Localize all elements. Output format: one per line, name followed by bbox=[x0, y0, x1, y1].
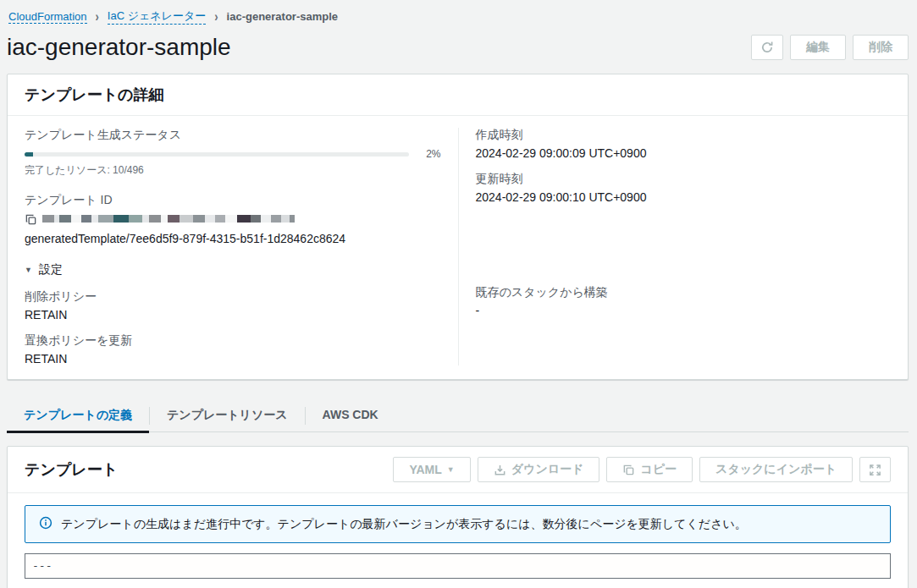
from-stack-value: - bbox=[476, 304, 892, 317]
info-icon bbox=[39, 516, 52, 532]
yaml-document-marker: --- bbox=[32, 559, 52, 572]
breadcrumb-link-iac-generator[interactable]: IaC ジェネレーター bbox=[108, 8, 206, 25]
generation-status-label: テンプレート生成ステータス bbox=[25, 128, 441, 143]
details-top-grid: テンプレート生成ステータス 2% 完了したリソース: 10/496 テンプレート… bbox=[25, 128, 891, 365]
template-card-header: テンプレート YAML ▼ ダウンロード コピー bbox=[8, 447, 908, 493]
info-banner-text: テンプレートの生成はまだ進行中です。テンプレートの最新バージョンが表示するには、… bbox=[61, 517, 747, 532]
import-to-stack-label: スタックにインポート bbox=[715, 462, 837, 477]
tab-bar: テンプレートの定義 テンプレートリソース AWS CDK bbox=[7, 400, 909, 432]
settings-expander[interactable]: ▼ 設定 bbox=[25, 262, 441, 278]
import-to-stack-button[interactable]: スタックにインポート bbox=[699, 457, 853, 482]
copy-button[interactable]: コピー bbox=[606, 457, 693, 482]
settings-left-fields: 削除ポリシー RETAIN 置換ポリシーを更新 RETAIN bbox=[25, 289, 441, 365]
progress-fill bbox=[25, 152, 33, 157]
delete-button-label: 削除 bbox=[869, 40, 892, 55]
template-id-block: テンプレート ID generatedTemplate/7ee6d5f9-879… bbox=[25, 193, 441, 247]
edit-button[interactable]: 編集 bbox=[790, 35, 846, 60]
template-card-content: テンプレートの生成はまだ進行中です。テンプレートの最新バージョンが表示するには、… bbox=[8, 493, 908, 588]
redacted-template-id bbox=[42, 215, 295, 223]
page-header: iac-generator-sample 編集 削除 bbox=[7, 33, 909, 62]
copy-id-icon[interactable] bbox=[25, 213, 37, 230]
delete-button[interactable]: 削除 bbox=[853, 35, 909, 60]
page-title: iac-generator-sample bbox=[7, 33, 231, 62]
template-id-text: generatedTemplate/7ee6d5f9-879f-4315-b51… bbox=[25, 232, 345, 245]
tab-template-resources[interactable]: テンプレートリソース bbox=[150, 400, 305, 431]
details-right-column: 作成時刻 2024-02-29 09:00:09 UTC+0900 更新時刻 2… bbox=[458, 128, 892, 365]
update-replace-policy-label: 置換ポリシーを更新 bbox=[25, 333, 441, 349]
format-select-value: YAML bbox=[409, 463, 441, 476]
fullscreen-button[interactable] bbox=[859, 457, 891, 482]
deletion-policy-label: 削除ポリシー bbox=[25, 289, 441, 305]
settings-expander-label: 設定 bbox=[39, 262, 63, 278]
copy-icon bbox=[622, 464, 635, 476]
info-banner: テンプレートの生成はまだ進行中です。テンプレートの最新バージョンが表示するには、… bbox=[25, 505, 891, 543]
progress-bar: 2% bbox=[25, 148, 441, 160]
tab-aws-cdk[interactable]: AWS CDK bbox=[306, 400, 395, 431]
created-time-value: 2024-02-29 09:00:09 UTC+0900 bbox=[476, 146, 892, 160]
template-card-title: テンプレート bbox=[25, 459, 118, 480]
page: CloudFormation › IaC ジェネレーター › iac-gener… bbox=[0, 0, 917, 588]
update-replace-policy-value: RETAIN bbox=[25, 352, 441, 365]
completed-resources: 完了したリソース: 10/496 bbox=[25, 163, 441, 178]
breadcrumb: CloudFormation › IaC ジェネレーター › iac-gener… bbox=[7, 5, 909, 25]
updated-time-field: 更新時刻 2024-02-29 09:00:10 UTC+0900 bbox=[476, 172, 892, 204]
template-details-title: テンプレートの詳細 bbox=[25, 85, 164, 105]
template-toolbar: YAML ▼ ダウンロード コピー スタックにインポート bbox=[393, 457, 891, 482]
progress-percent: 2% bbox=[419, 148, 441, 160]
breadcrumb-separator-icon: › bbox=[96, 8, 99, 25]
template-details-content: テンプレート生成ステータス 2% 完了したリソース: 10/496 テンプレート… bbox=[8, 116, 908, 379]
header-actions: 編集 削除 bbox=[751, 35, 909, 60]
breadcrumb-link-cloudformation[interactable]: CloudFormation bbox=[8, 10, 87, 24]
caret-down-icon: ▼ bbox=[25, 266, 32, 274]
progress-track bbox=[25, 152, 409, 157]
template-id-label: テンプレート ID bbox=[25, 193, 441, 208]
template-details-header: テンプレートの詳細 bbox=[8, 74, 908, 116]
update-replace-policy-field: 置換ポリシーを更新 RETAIN bbox=[25, 333, 441, 365]
refresh-icon bbox=[760, 41, 774, 54]
template-id-value: generatedTemplate/7ee6d5f9-879f-4315-b51… bbox=[25, 212, 441, 247]
from-stack-field: 既存のスタックから構築 - bbox=[476, 285, 892, 317]
updated-time-label: 更新時刻 bbox=[476, 172, 892, 187]
download-button-label: ダウンロード bbox=[511, 462, 584, 477]
breadcrumb-separator-icon: › bbox=[214, 8, 218, 25]
deletion-policy-value: RETAIN bbox=[25, 308, 441, 321]
details-left-column: テンプレート生成ステータス 2% 完了したリソース: 10/496 テンプレート… bbox=[25, 128, 458, 365]
download-icon bbox=[494, 464, 506, 476]
created-time-field: 作成時刻 2024-02-29 09:00:09 UTC+0900 bbox=[476, 128, 892, 160]
expand-icon bbox=[869, 464, 881, 476]
from-stack-label: 既存のスタックから構築 bbox=[476, 285, 892, 300]
caret-down-icon: ▼ bbox=[447, 465, 455, 474]
created-time-label: 作成時刻 bbox=[476, 128, 892, 143]
refresh-button[interactable] bbox=[751, 35, 783, 60]
copy-button-label: コピー bbox=[640, 462, 677, 477]
updated-time-value: 2024-02-29 09:00:10 UTC+0900 bbox=[476, 190, 892, 204]
breadcrumb-current: iac-generator-sample bbox=[227, 10, 339, 23]
edit-button-label: 編集 bbox=[806, 40, 830, 55]
template-details-card: テンプレートの詳細 テンプレート生成ステータス 2% 完了したリソース: 10/… bbox=[7, 74, 909, 380]
format-select[interactable]: YAML ▼ bbox=[393, 457, 470, 482]
template-card: テンプレート YAML ▼ ダウンロード コピー bbox=[7, 446, 909, 588]
template-code-viewer[interactable]: --- bbox=[25, 553, 891, 579]
tab-template-definition[interactable]: テンプレートの定義 bbox=[7, 400, 149, 431]
deletion-policy-field: 削除ポリシー RETAIN bbox=[25, 289, 441, 321]
download-button[interactable]: ダウンロード bbox=[478, 457, 600, 482]
